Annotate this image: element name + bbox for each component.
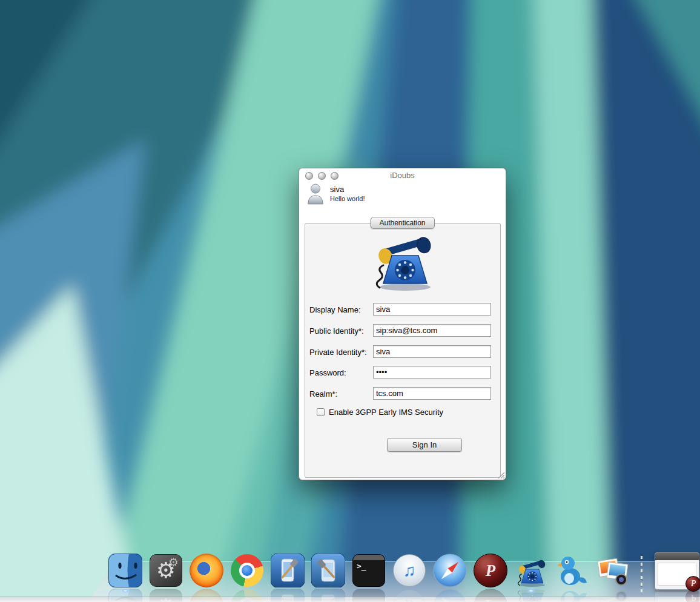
terminal-prompt-glyph: >_ [357,561,366,571]
form-row-password: Password: [309,366,497,379]
idoubs-phone-icon[interactable] [514,554,548,587]
private-identity-input[interactable] [373,345,491,358]
early-ims-label: Enable 3GPP Early IMS Security [329,408,443,417]
form-row-display-name: Display Name: [309,303,497,316]
tab-authentication[interactable]: Authentication [370,217,434,229]
mascot-icon[interactable] [555,554,589,587]
form-row-public-identity: Public Identity*: [309,324,497,337]
system-preferences-icon[interactable]: ⚙ ⚙ [149,554,183,587]
minimized-window-titlebar [655,553,699,560]
p-app-badge-icon: P [685,576,700,592]
private-identity-label: Private Identity*: [309,348,367,357]
xcode-tools-icon[interactable] [311,554,345,587]
dock-separator [641,556,642,592]
finder-running-indicator [122,589,128,592]
display-name-label: Display Name: [309,305,361,314]
chrome-icon[interactable] [230,554,264,587]
itunes-icon[interactable]: ♫ [392,554,426,587]
realm-label: Realm*: [309,389,337,399]
safari-icon[interactable] [433,554,467,587]
form-row-private-identity: Private Identity*: [309,345,497,359]
window-titlebar[interactable]: iDoubs [299,168,506,182]
form-row-realm: Realm*: [309,387,497,400]
iphoto-icon[interactable] [595,554,629,587]
dock-front-edge [0,597,700,602]
idoubs-window: iDoubs siva Hello world! Authentication [299,168,506,480]
user-display-name: siva [330,185,365,194]
password-input[interactable] [373,366,491,379]
display-name-input[interactable] [373,303,491,316]
music-note-icon: ♫ [394,555,425,586]
password-label: Password: [309,368,346,377]
gear-small-icon: ⚙ [168,555,179,569]
p-app-icon[interactable]: P [474,554,507,587]
public-identity-input[interactable] [373,324,491,337]
resize-grip[interactable] [497,471,504,478]
idoubs-running-indicator [528,589,534,592]
window-title: iDoubs [299,171,506,180]
sign-in-button[interactable]: Sign In [387,438,462,452]
user-avatar-icon[interactable] [306,182,325,205]
firefox-icon[interactable] [190,554,223,587]
dock: ⚙ ⚙ [0,541,700,602]
user-status-message: Hello world! [330,194,365,203]
early-ims-row: Enable 3GPP Early IMS Security [317,408,443,417]
xcode-device-icon[interactable] [271,554,305,587]
early-ims-checkbox[interactable] [317,408,325,416]
user-summary: siva Hello world! [306,182,365,205]
minimized-window-thumbnail[interactable]: P [655,552,699,590]
phone-icon [369,234,437,292]
finder-icon[interactable] [108,554,142,587]
realm-input[interactable] [373,387,491,400]
public-identity-label: Public Identity*: [309,326,364,336]
p-letter-glyph: P [474,554,507,587]
terminal-icon[interactable]: >_ [352,554,386,587]
